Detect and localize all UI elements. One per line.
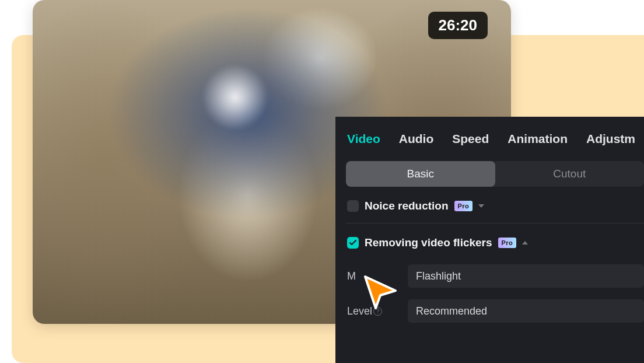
subtab-row: Basic Cutout (346, 161, 644, 187)
pro-badge-icon: Pro (498, 238, 517, 248)
help-icon[interactable]: ? (373, 307, 382, 316)
checkbox-removing-flickers[interactable] (347, 237, 359, 249)
tab-video[interactable]: Video (347, 132, 380, 146)
chevron-up-icon[interactable] (522, 241, 528, 245)
label-removing-flickers: Removing video flickers (365, 236, 492, 249)
panel-tabs: Video Audio Speed Animation Adjustm (346, 132, 644, 161)
field-level-select[interactable]: Recommended (408, 299, 644, 323)
video-timestamp: 26:20 (428, 12, 488, 39)
chevron-down-icon[interactable] (478, 204, 484, 208)
label-noise-reduction: Noice reduction (365, 200, 449, 212)
flicker-fields: M Flashlight Level ? Recommended (346, 255, 644, 329)
field-mode-label: M (347, 270, 398, 282)
field-level-label: Level ? (347, 305, 398, 317)
field-level-row: Level ? Recommended (347, 294, 644, 329)
subtab-cutout[interactable]: Cutout (495, 161, 645, 187)
field-mode-row: M Flashlight (347, 259, 644, 294)
pro-badge-icon: Pro (454, 201, 473, 211)
field-mode-select[interactable]: Flashlight (408, 264, 644, 288)
field-mode-value: Flashlight (416, 270, 461, 282)
checkbox-noise-reduction[interactable] (347, 200, 359, 212)
subtab-basic[interactable]: Basic (346, 161, 495, 187)
tab-animation[interactable]: Animation (508, 132, 568, 146)
tab-speed[interactable]: Speed (452, 132, 489, 146)
option-noise-reduction[interactable]: Noice reduction Pro (346, 187, 644, 224)
option-removing-flickers[interactable]: Removing video flickers Pro (346, 224, 644, 255)
tab-adjustment[interactable]: Adjustm (586, 132, 635, 146)
tab-audio[interactable]: Audio (399, 132, 433, 146)
properties-panel: Video Audio Speed Animation Adjustm Basi… (335, 117, 644, 363)
field-level-value: Recommended (416, 305, 487, 317)
